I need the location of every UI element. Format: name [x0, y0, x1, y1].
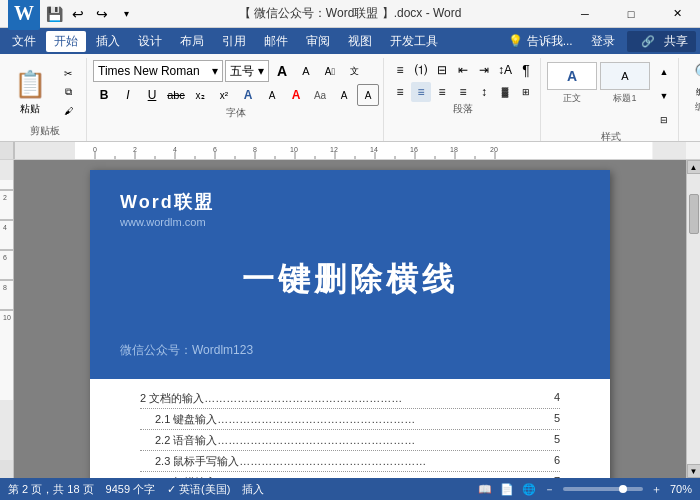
scroll-up-button[interactable]: ▲: [687, 160, 701, 174]
toc-text: 2.2 语音输入………………………………………………: [155, 433, 415, 448]
font-group-content: Times New Roman ▾ 五号 ▾ A A A⃫ 文 B I U ab…: [93, 60, 379, 106]
sort-button[interactable]: ↕A: [495, 60, 515, 80]
customize-icon[interactable]: ▾: [116, 4, 136, 24]
zoom-slider[interactable]: [563, 487, 643, 491]
zoom-in-icon[interactable]: ＋: [651, 482, 662, 497]
strikethrough-button[interactable]: abc: [165, 84, 187, 106]
increase-indent-button[interactable]: ⇥: [474, 60, 494, 80]
font-name-selector[interactable]: Times New Roman ▾: [93, 60, 223, 82]
undo-icon[interactable]: ↩: [68, 4, 88, 24]
toc-text: 2 文档的输入………………………………………………: [140, 391, 402, 406]
menu-references[interactable]: 引用: [214, 31, 254, 52]
document-banner: Word联盟 www.wordlm.com 一键删除横线 微信公众号：Wordl…: [90, 170, 610, 379]
language-indicator: ✓ 英语(美国): [167, 482, 230, 497]
align-left-button[interactable]: ≡: [390, 82, 410, 102]
scroll-down-button[interactable]: ▼: [687, 464, 701, 478]
clipboard-label: 剪贴板: [30, 124, 60, 139]
subscript-button[interactable]: x₂: [189, 84, 211, 106]
menu-layout[interactable]: 布局: [172, 31, 212, 52]
svg-text:6: 6: [3, 254, 7, 261]
login-button[interactable]: 登录: [585, 31, 621, 52]
zoom-thumb[interactable]: [619, 485, 627, 493]
styles-scroll-down[interactable]: ▼: [654, 86, 674, 106]
minimize-button[interactable]: ─: [562, 0, 608, 28]
styles-group: A A 正文 标题1 ▲ ▼ ⊟ 样式: [543, 58, 679, 141]
styles-expand[interactable]: ⊟: [654, 110, 674, 130]
cut-button[interactable]: ✂: [54, 64, 82, 82]
clear-format-button[interactable]: A⃫: [319, 60, 341, 82]
align-center-button[interactable]: ≡: [411, 82, 431, 102]
zoom-out-icon[interactable]: －: [544, 482, 555, 497]
menu-bar: 文件 开始 插入 设计 布局 引用 邮件 审阅 视图 开发工具 💡 告诉我...…: [0, 28, 700, 54]
paste-button[interactable]: 📋 粘贴: [8, 64, 52, 120]
align-right-button[interactable]: ≡: [432, 82, 452, 102]
close-button[interactable]: ✕: [654, 0, 700, 28]
decrease-indent-button[interactable]: ⇤: [453, 60, 473, 80]
view-normal-icon[interactable]: 📖: [478, 483, 492, 496]
title-bar-title: 【 微信公众号：Word联盟 】.docx - Word: [239, 5, 462, 22]
underline-button[interactable]: U: [141, 84, 163, 106]
toc-item-2: 2.1 键盘输入……………………………………………… 5: [140, 410, 560, 430]
styles-heading1-button[interactable]: A: [600, 62, 650, 90]
toc-item-4: 2.3 鼠标手写输入…………………………………………… 6: [140, 452, 560, 472]
styles-normal-label: 正文: [547, 92, 597, 105]
font-color-button[interactable]: A: [285, 84, 307, 106]
menu-view[interactable]: 视图: [340, 31, 380, 52]
font-size-selector[interactable]: 五号 ▾: [225, 60, 269, 82]
char-border-button[interactable]: A: [357, 84, 379, 106]
save-icon[interactable]: 💾: [44, 4, 64, 24]
menu-developer[interactable]: 开发工具: [382, 31, 446, 52]
view-print-icon[interactable]: 📄: [500, 483, 514, 496]
menu-home[interactable]: 开始: [46, 31, 86, 52]
text-effect-button[interactable]: A: [237, 84, 259, 106]
menu-mailings[interactable]: 邮件: [256, 31, 296, 52]
show-marks-button[interactable]: ¶: [516, 60, 536, 80]
justify-button[interactable]: ≡: [453, 82, 473, 102]
format-painter-button[interactable]: 🖌: [54, 102, 82, 120]
document-scroll-area[interactable]: Word联盟 www.wordlm.com 一键删除横线 微信公众号：Wordl…: [14, 160, 686, 478]
para-group-content: ≡ ⑴ ⊟ ⇤ ⇥ ↕A ¶ ≡ ≡ ≡ ≡ ↕ ▓ ⊞: [390, 60, 536, 102]
svg-text:2: 2: [133, 146, 137, 153]
menu-file[interactable]: 文件: [4, 31, 44, 52]
menu-insert[interactable]: 插入: [88, 31, 128, 52]
superscript-button[interactable]: x²: [213, 84, 235, 106]
clipboard-content: 📋 粘贴 ✂ ⧉ 🖌: [8, 60, 82, 124]
para-row1: ≡ ⑴ ⊟ ⇤ ⇥ ↕A ¶: [390, 60, 536, 80]
bold-button[interactable]: B: [93, 84, 115, 106]
scroll-thumb[interactable]: [689, 194, 699, 234]
svg-rect-2: [652, 142, 686, 159]
restore-button[interactable]: □: [608, 0, 654, 28]
char-shade-button[interactable]: A: [333, 84, 355, 106]
italic-button[interactable]: I: [117, 84, 139, 106]
line-spacing-button[interactable]: ↕: [474, 82, 494, 102]
menu-review[interactable]: 审阅: [298, 31, 338, 52]
editing-label: 编辑: [695, 100, 700, 115]
view-web-icon[interactable]: 🌐: [522, 483, 536, 496]
font-group: Times New Roman ▾ 五号 ▾ A A A⃫ 文 B I U ab…: [89, 58, 384, 141]
increase-font-button[interactable]: A: [271, 60, 293, 82]
font-more-button[interactable]: Aa: [309, 84, 331, 106]
highlight-button[interactable]: A: [261, 84, 283, 106]
help-search[interactable]: 💡 告诉我...: [502, 31, 578, 52]
bullets-button[interactable]: ≡: [390, 60, 410, 80]
scroll-track[interactable]: [687, 174, 700, 464]
font-name-dropdown-icon: ▾: [212, 64, 218, 78]
phonetic-guide-button[interactable]: 文: [343, 60, 365, 82]
numbering-button[interactable]: ⑴: [411, 60, 431, 80]
styles-scroll-up[interactable]: ▲: [654, 62, 674, 82]
font-label: 字体: [226, 106, 246, 121]
decrease-font-button[interactable]: A: [295, 60, 317, 82]
zoom-level[interactable]: 70%: [670, 483, 692, 495]
styles-content: A A 正文 标题1 ▲ ▼ ⊟: [547, 60, 674, 130]
styles-normal-button[interactable]: A: [547, 62, 597, 90]
menu-design[interactable]: 设计: [130, 31, 170, 52]
para-row2: ≡ ≡ ≡ ≡ ↕ ▓ ⊞: [390, 82, 536, 102]
multilevel-button[interactable]: ⊟: [432, 60, 452, 80]
share-button[interactable]: 🔗 共享: [627, 31, 696, 52]
toc-item-5: 2.4 扫描输入……………………………………………… 7: [140, 473, 560, 478]
redo-icon[interactable]: ↪: [92, 4, 112, 24]
find-button[interactable]: 🔍 编辑: [685, 60, 700, 100]
copy-button[interactable]: ⧉: [54, 83, 82, 101]
shading-button[interactable]: ▓: [495, 82, 515, 102]
borders-button[interactable]: ⊞: [516, 82, 536, 102]
